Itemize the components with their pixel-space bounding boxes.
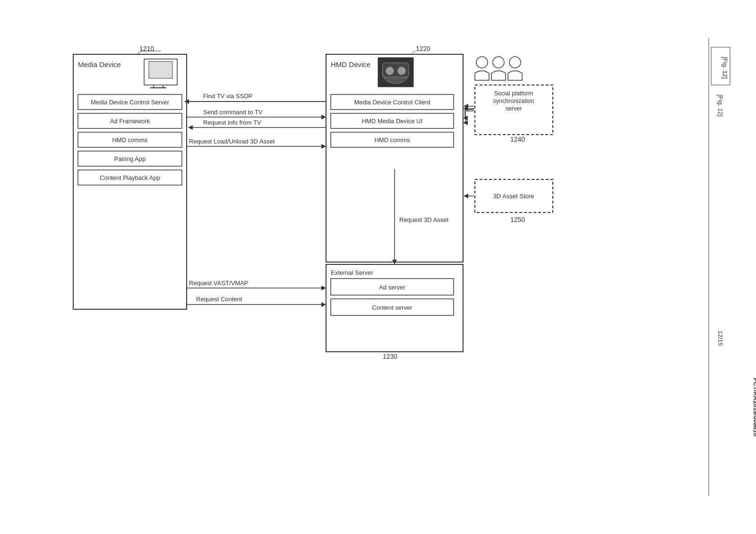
external-server-id: 1230	[383, 353, 397, 360]
hmd-device-title: HMD Device	[331, 60, 370, 68]
social-platform-id: 1240	[510, 136, 525, 143]
arrow-request-load-label: Request Load/Unload 3D Asset	[189, 138, 275, 145]
social-platform-label-line1: Social platform	[494, 90, 533, 97]
svg-point-24	[476, 57, 488, 68]
arrow-request-info-head	[188, 125, 193, 130]
arrow-find-tv-label: Find TV via SSDP	[203, 93, 253, 100]
comp-ad-server: Ad server	[379, 284, 405, 291]
social-platform-label-line2: synchronization	[493, 98, 534, 104]
fig-12-label: [Fig. 12]	[722, 57, 729, 79]
page-num: 12/15	[717, 331, 724, 346]
arrow-request-3d-label: Request 3D Asset	[399, 216, 448, 223]
comp-media-device-control-server: Media Device Control Server	[91, 99, 170, 106]
svg-point-17	[398, 67, 405, 75]
page-container: Media Device 1210 Media Device Control S…	[0, 0, 756, 534]
asset-store-id: 1250	[510, 216, 525, 223]
arrow-vast-label: Request VAST/VMAP	[189, 280, 248, 287]
arrow-send-command-label: Send command to TV	[203, 109, 263, 116]
comp-hmd-media-device-ui: HMD Media Device UI	[362, 118, 423, 125]
asset-store-label: 3D Asset Store	[493, 193, 534, 200]
arrow-request-content-head	[321, 302, 326, 307]
arrow-vast-head	[321, 286, 326, 290]
svg-point-26	[509, 57, 521, 68]
comp-hmd-comms-right: HMD comms	[374, 136, 410, 144]
comp-content-server: Content server	[372, 304, 412, 311]
hmd-device-id: 1220	[416, 45, 430, 52]
comp-media-device-control-client: Media Device Control Client	[354, 99, 430, 106]
svg-point-16	[386, 67, 394, 75]
arrow-request-content-label: Request Content	[196, 296, 242, 303]
social-platform-label-line3: server	[506, 105, 522, 112]
svg-point-25	[493, 57, 504, 68]
media-device-title: Media Device	[78, 60, 121, 68]
arrow-request-info-label: Request info from TV	[203, 119, 261, 126]
fig-label: [Fig. 12]	[717, 94, 724, 117]
arrow-request-load-head	[321, 144, 326, 149]
svg-rect-2	[149, 61, 172, 78]
external-server-title: External Server	[331, 269, 373, 276]
arrow-asset-to-hmd	[464, 194, 468, 198]
comp-hmd-comms-left: HMD comms	[112, 136, 148, 144]
pct-label: PCT/KR2018/008610	[752, 378, 756, 436]
comp-pairing-app: Pairing App	[114, 155, 146, 162]
comp-ad-framework: Ad Framework	[110, 118, 150, 125]
arrow-send-command-head	[321, 115, 326, 119]
comp-content-playback-app: Content Playback App	[100, 174, 160, 181]
diagram-svg: Media Device 1210 Media Device Control S…	[0, 0, 756, 534]
